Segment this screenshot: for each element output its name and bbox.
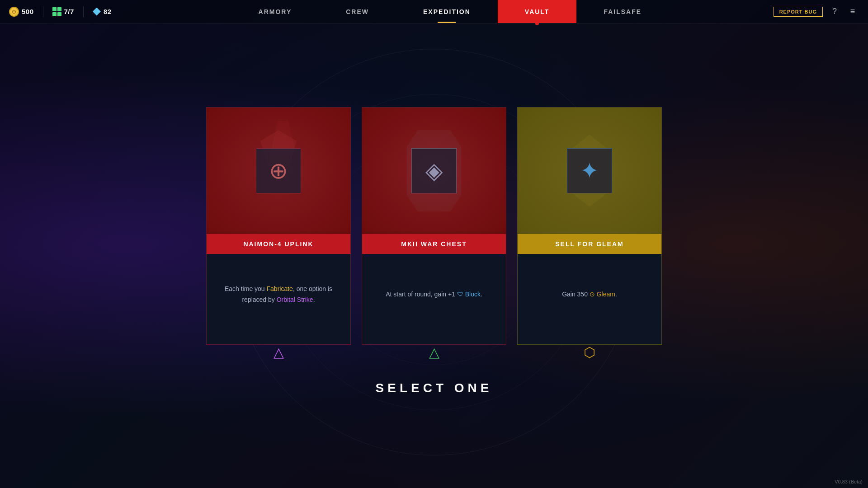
nav-tabs: ARMORY CREW EXPEDITION VAULT FAILSAFE [127, 0, 774, 23]
menu-icon[interactable]: ≡ [846, 5, 859, 18]
gleam-desc-1: Gain 350 [562, 291, 590, 298]
gleam-desc-text: Gain 350 ⊙ Gleam. [562, 289, 617, 300]
gold-value: 500 [22, 8, 34, 15]
naimon-fabricate-highlight: Fabricate [267, 285, 293, 292]
diamond-value: 82 [104, 8, 112, 15]
version-label: V0.83 (Beta) [835, 479, 863, 484]
divider-2 [83, 6, 84, 17]
card-gleam[interactable]: SELL FOR GLEAM Gain 350 ⊙ Gleam. ⬡ [517, 107, 662, 345]
card-naimon-description: Each time you Fabricate, one option is r… [207, 254, 350, 344]
tab-failsafe[interactable]: FAILSAFE [576, 0, 669, 23]
card-mkii[interactable]: MKII WAR CHEST At start of round, gain +… [362, 107, 506, 345]
card-mkii-image [362, 108, 506, 234]
gleam-bottom-icon: ⬡ [584, 344, 595, 360]
card-gleam-title: SELL FOR GLEAM [518, 234, 661, 254]
gold-icon [9, 7, 19, 17]
card-mkii-title: MKII WAR CHEST [362, 234, 506, 254]
card-mkii-description: At start of round, gain +1 🛡 Block. [362, 254, 506, 344]
card-naimon-image [207, 108, 350, 234]
mkii-block-highlight: Block [463, 291, 481, 298]
mkii-desc-1: At start of round, gain +1 [386, 291, 457, 298]
naimon-item-icon [256, 148, 301, 193]
mkii-desc-text: At start of round, gain +1 🛡 Block. [386, 289, 482, 300]
main-content: NAIMON-4 UPLINK Each time you Fabricate,… [0, 23, 868, 488]
naimon-orbital-highlight: Orbital Strike [277, 296, 313, 303]
grid-currency: 7/7 [52, 7, 74, 16]
triangle-purple-icon: △ [274, 344, 284, 360]
card-gleam-description: Gain 350 ⊙ Gleam. [518, 254, 661, 344]
tab-vault[interactable]: VAULT [498, 0, 577, 23]
naimon-desc-text: Each time you Fabricate, one option is r… [224, 284, 333, 305]
mkii-bottom-icon: △ [429, 344, 439, 360]
gleam-item-icon [567, 148, 612, 193]
diamond-currency: 82 [93, 8, 112, 16]
tab-expedition[interactable]: EXPEDITION [396, 0, 498, 23]
naimon-bottom-icon: △ [274, 344, 284, 360]
gleam-desc-2: . [615, 291, 617, 298]
currency-bar: 500 7/7 82 [0, 6, 127, 17]
hex-gold-icon: ⬡ [584, 344, 595, 360]
naimon-desc-1: Each time you [225, 285, 267, 292]
mkii-item-icon [411, 148, 457, 193]
gleam-text-highlight: Gleam [595, 291, 615, 298]
mkii-shield-icon: 🛡 [457, 291, 463, 298]
naimon-desc-3: . [313, 296, 315, 303]
report-bug-button[interactable]: REPORT BUG [774, 7, 823, 17]
cards-container: NAIMON-4 UPLINK Each time you Fabricate,… [201, 107, 667, 345]
mkii-desc-2: . [481, 291, 482, 298]
triangle-green-icon: △ [429, 344, 439, 360]
grid-icon [52, 7, 61, 16]
card-naimon[interactable]: NAIMON-4 UPLINK Each time you Fabricate,… [206, 107, 351, 345]
card-naimon-title: NAIMON-4 UPLINK [207, 234, 350, 254]
gold-currency: 500 [9, 7, 34, 17]
divider-1 [43, 6, 43, 17]
diamond-icon [93, 8, 101, 16]
nav-actions: REPORT BUG ? ≡ [774, 5, 868, 18]
top-navigation: 500 7/7 82 ARMORY CREW EXPEDITION VAULT … [0, 0, 868, 23]
tab-crew[interactable]: CREW [319, 0, 396, 23]
help-icon[interactable]: ? [828, 5, 841, 18]
tab-armory[interactable]: ARMORY [231, 0, 319, 23]
card-gleam-image [518, 108, 661, 234]
select-one-label: SELECT ONE [376, 381, 493, 395]
grid-value: 7/7 [64, 8, 74, 15]
gleam-coin-icon: ⊙ [590, 291, 595, 298]
